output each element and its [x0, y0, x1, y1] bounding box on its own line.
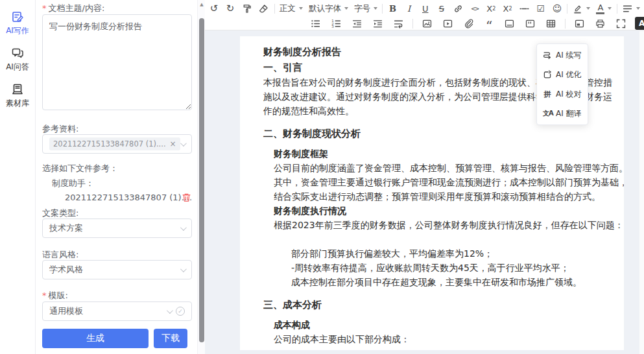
- outdent-button[interactable]: [350, 16, 364, 30]
- link-button[interactable]: [451, 1, 465, 16]
- style-select[interactable]: 学术风格: [42, 260, 192, 279]
- nav-item-label: AI写作: [6, 26, 29, 35]
- editor-area: ↺ ↻ 正文 默认字体 字号 B I U S <> X2 X2 ☑ ☺ A: [205, 0, 644, 354]
- blockquote-button[interactable]: “: [483, 16, 495, 30]
- assistant-label: 制度助手：: [52, 178, 94, 189]
- italic-button[interactable]: I: [403, 1, 416, 16]
- font-family-dropdown[interactable]: 默认字体: [307, 1, 350, 16]
- doc-paragraph-line: 其中，资金管理主要通过银行账户管理和现金流预测进行；成本控制以部门预算为基础，: [274, 175, 612, 189]
- doc-paragraph-line: 公司目前的制度涵盖了资金管理、成本控制、预算管理、核算与报告、风险管理等方面。: [274, 161, 612, 175]
- font-color-dropdown[interactable]: A: [595, 1, 613, 16]
- toolbar-divider: [274, 4, 275, 14]
- chevron-down-icon: [180, 140, 187, 147]
- topic-input[interactable]: 写一份财务制度分析报告: [42, 14, 192, 110]
- menu-item-ai-optimize[interactable]: AI 优化: [537, 65, 588, 84]
- library-icon: [11, 83, 24, 96]
- file-ref-label: 选择如下文件参考：: [42, 163, 118, 174]
- nav-item-library[interactable]: 素材库: [0, 83, 35, 109]
- doc-subheading-cost-comp: 成本构成: [274, 318, 612, 332]
- horizontal-rule-button[interactable]: [518, 1, 531, 16]
- bold-button[interactable]: B: [386, 1, 399, 16]
- insert-video-button[interactable]: [441, 16, 455, 30]
- insert-image-button[interactable]: [420, 16, 434, 30]
- format-painter-button[interactable]: [240, 1, 254, 16]
- scroll-up-icon[interactable]: ▲: [198, 2, 206, 7]
- indent-button[interactable]: [371, 16, 385, 30]
- list-item: 部分部门预算执行偏差较大，平均偏差率为12%；: [291, 246, 612, 261]
- doc-heading-cost: 三、成本分析: [263, 297, 612, 313]
- caret-down-icon: [586, 7, 590, 10]
- subscript-button[interactable]: X2: [484, 1, 497, 16]
- toolbar-divider: [567, 4, 567, 14]
- align-dropdown[interactable]: [621, 1, 641, 16]
- ai-tools-dropdown[interactable]: AI: [635, 17, 644, 30]
- doc-heading-status: 二、财务制度现状分析: [263, 126, 612, 141]
- chat-icon: [11, 47, 24, 60]
- caret-down-icon: [608, 7, 612, 10]
- generate-button[interactable]: 生成: [42, 329, 149, 348]
- editor-scrollbar-track[interactable]: [639, 31, 644, 354]
- doc-paragraph-line: 公司的成本主要由以下部分构成：: [274, 332, 612, 346]
- chevron-down-icon: [180, 266, 187, 272]
- file-name: 2021122715133847807 (1)....: [65, 193, 192, 202]
- attachment-button[interactable]: [462, 16, 475, 30]
- chevron-down-icon: [180, 224, 187, 231]
- style-label: 语言风格:: [42, 249, 78, 261]
- clear-format-button[interactable]: [257, 1, 270, 16]
- optimize-icon: [543, 70, 552, 79]
- left-nav: AI写作 AI问答 素材库: [0, 0, 36, 354]
- preview-button[interactable]: [573, 16, 586, 30]
- scrollbar-thumb[interactable]: [199, 18, 204, 342]
- highlight-color-dropdown[interactable]: [571, 1, 591, 16]
- superscript-button[interactable]: X2: [501, 1, 514, 16]
- ai-tools-menu: AI 续写 AI 优化 拼 AI 校对 文A AI 翻译: [536, 43, 588, 125]
- reference-select[interactable]: 2021122715133847807 (1).... ×: [42, 134, 192, 154]
- delete-file-icon[interactable]: [182, 193, 191, 202]
- redo-button[interactable]: ↻: [224, 1, 237, 16]
- translate-icon: 文A: [543, 109, 552, 118]
- underline-button[interactable]: U: [419, 1, 432, 16]
- code-block-button[interactable]: [503, 16, 516, 30]
- tag-close-icon[interactable]: ×: [170, 140, 176, 148]
- menu-item-ai-translate[interactable]: 文A AI 翻译: [537, 104, 588, 123]
- style-value: 学术风格: [49, 264, 83, 276]
- reference-tag: 2021122715133847807 (1).... ×: [49, 137, 180, 150]
- download-button[interactable]: 下载: [154, 329, 187, 348]
- reference-label: 参考资料:: [42, 123, 78, 135]
- chevron-down-icon: [167, 307, 173, 314]
- menu-item-ai-continue[interactable]: AI 续写: [537, 45, 588, 65]
- text-wrap-button[interactable]: [392, 16, 405, 30]
- emoji-button[interactable]: ☺: [551, 1, 564, 16]
- strikethrough-button[interactable]: S: [435, 1, 448, 16]
- nav-item-ai-qa[interactable]: AI问答: [0, 47, 35, 73]
- nav-item-ai-write[interactable]: AI写作: [0, 10, 35, 36]
- list-item: -周转效率有待提高，应收账款周转天数为45天，高于行业平均水平；: [291, 261, 612, 275]
- insert-table-button[interactable]: [544, 16, 558, 30]
- snippet-button[interactable]: [523, 16, 537, 30]
- write-icon: [11, 10, 24, 23]
- ordered-list-button[interactable]: [329, 16, 343, 30]
- nav-item-label: 素材库: [6, 99, 29, 108]
- caret-down-icon: [299, 7, 303, 10]
- toolbar-row-1: ↺ ↻ 正文 默认字体 字号 B I U S <> X2 X2 ☑ ☺ A: [208, 1, 641, 16]
- inline-code-button[interactable]: <>: [468, 1, 481, 16]
- toolbar-divider: [617, 4, 617, 14]
- paragraph-style-dropdown[interactable]: 正文: [278, 1, 304, 16]
- doc-paragraph-line: 根据2023年前三季度的财务数据，公司整体财务制度执行情况良好，但存在以下问题：: [274, 218, 612, 232]
- editor-toolbar: ↺ ↻ 正文 默认字体 字号 B I U S <> X2 X2 ☑ ☺ A: [205, 0, 644, 30]
- bullet-list-button[interactable]: [309, 16, 322, 30]
- fullscreen-button[interactable]: [614, 16, 628, 30]
- task-checkbox-button[interactable]: ☑: [534, 1, 547, 16]
- menu-item-ai-proofread[interactable]: 拼 AI 校对: [537, 84, 588, 104]
- form-panel: *文档主题/内容: 写一份财务制度分析报告 参考资料: 202112271513…: [36, 0, 197, 354]
- toolbar-divider: [382, 4, 383, 14]
- print-button[interactable]: [593, 16, 607, 30]
- nav-item-label: AI问答: [6, 62, 29, 71]
- panel-scrollbar[interactable]: ▲: [197, 0, 205, 354]
- type-select[interactable]: 技术方案: [42, 218, 192, 238]
- continue-writing-icon: [543, 51, 552, 60]
- toolbar-divider: [565, 19, 566, 29]
- template-select[interactable]: 通用模板 ✓: [42, 301, 192, 321]
- undo-button[interactable]: ↺: [208, 1, 221, 16]
- font-size-dropdown[interactable]: 字号: [353, 1, 379, 16]
